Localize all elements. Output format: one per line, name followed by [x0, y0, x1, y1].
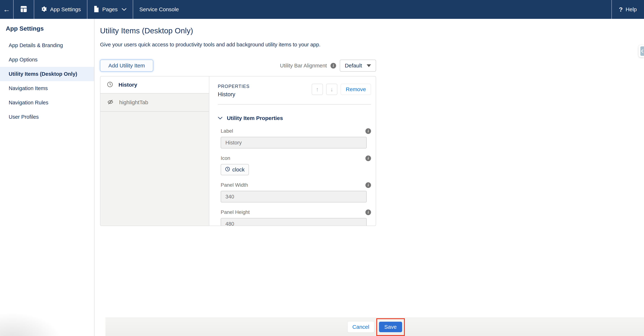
- move-down-button[interactable]: ↓: [326, 84, 338, 95]
- info-icon[interactable]: i: [330, 63, 336, 69]
- settings-sidebar: App Settings App Details & Branding App …: [0, 19, 94, 336]
- info-icon[interactable]: i: [366, 210, 371, 215]
- back-arrow-icon: ←: [3, 6, 10, 14]
- properties-actions: ↑ ↓ Remove: [312, 84, 371, 95]
- sidebar-item-app-options[interactable]: App Options: [0, 53, 94, 67]
- sidebar-item-utility-items[interactable]: Utility Items (Desktop Only): [0, 67, 94, 81]
- utility-item-history[interactable]: History: [100, 76, 209, 94]
- sidebar-item-navigation-rules[interactable]: Navigation Rules: [0, 95, 94, 110]
- properties-divider: [218, 104, 371, 105]
- info-icon[interactable]: i: [366, 182, 371, 188]
- utility-items-panel: History highlightTab PROPERTIES: [100, 76, 376, 226]
- chevron-left-icon: [640, 46, 644, 56]
- main-content: Utility Items (Desktop Only) Give your u…: [94, 19, 644, 336]
- chevron-down-icon: [218, 117, 222, 120]
- panel-height-input[interactable]: [221, 218, 367, 226]
- save-button-wrap: Save: [379, 322, 402, 332]
- properties-panel: PROPERTIES History ↑ ↓ Remove: [209, 76, 376, 226]
- gear-icon: [40, 6, 47, 13]
- page-icon: [94, 6, 99, 13]
- remove-button[interactable]: Remove: [341, 84, 371, 95]
- utility-toolbar: Add Utility Item Utility Bar Alignment i…: [100, 60, 376, 72]
- utility-item-label: History: [118, 82, 137, 88]
- footer-bar: Cancel Save: [106, 317, 644, 336]
- sidebar-item-user-profiles[interactable]: User Profiles: [0, 110, 94, 124]
- help-label: Help: [626, 6, 637, 13]
- alignment-selected-value: Default: [345, 63, 362, 69]
- section-title: Utility Item Properties: [227, 115, 283, 121]
- nav-spacer: [179, 0, 612, 19]
- sidebar-item-navigation-items[interactable]: Navigation Items: [0, 81, 94, 95]
- properties-titles: PROPERTIES History: [218, 84, 250, 98]
- utility-bar-alignment-label: Utility Bar Alignment: [280, 63, 327, 69]
- utility-item-properties-section-toggle[interactable]: Utility Item Properties: [218, 115, 371, 121]
- app-manager-screen: ← App Settings Pages Service Console: [0, 0, 644, 336]
- top-navbar: ← App Settings Pages Service Console: [0, 0, 644, 19]
- app-settings-tab-label: App Settings: [50, 6, 81, 13]
- sidebar-heading: App Settings: [0, 25, 94, 32]
- label-field-label: Label: [221, 128, 233, 134]
- app-builder-home-button[interactable]: [14, 0, 34, 19]
- alignment-control: Utility Bar Alignment i Default: [280, 60, 376, 72]
- icon-field: Icon i clock: [218, 155, 371, 175]
- clock-icon: [225, 166, 230, 173]
- down-arrow-icon: ↓: [330, 86, 333, 93]
- properties-eyebrow: PROPERTIES: [218, 84, 250, 89]
- utility-item-label: highlightTab: [119, 99, 148, 105]
- app-body: App Settings App Details & Branding App …: [0, 19, 644, 336]
- utility-item-highlighttab[interactable]: highlightTab: [100, 94, 209, 112]
- up-arrow-icon: ↑: [316, 86, 319, 93]
- app-name: Service Console: [133, 0, 179, 19]
- clock-icon: [107, 81, 113, 88]
- icon-field-label: Icon: [221, 155, 230, 161]
- icon-picker-button[interactable]: clock: [221, 164, 249, 175]
- tab-pages[interactable]: Pages: [87, 0, 133, 19]
- item-list-filler: [100, 112, 209, 226]
- info-icon[interactable]: i: [366, 155, 371, 161]
- pages-tab-label: Pages: [102, 6, 118, 13]
- save-button[interactable]: Save: [379, 322, 402, 332]
- properties-item-name: History: [218, 91, 250, 98]
- panel-height-label: Panel Height: [221, 209, 250, 215]
- utility-item-list: History highlightTab: [100, 76, 209, 226]
- properties-header: PROPERTIES History ↑ ↓ Remove: [218, 84, 371, 98]
- panel-height-field: Panel Height i: [218, 209, 371, 226]
- side-panel-toggle[interactable]: [638, 45, 644, 57]
- label-field: Label i: [218, 128, 371, 148]
- label-input[interactable]: [221, 137, 367, 148]
- back-button[interactable]: ←: [0, 0, 13, 19]
- eye-off-icon: [107, 99, 114, 106]
- move-up-button[interactable]: ↑: [312, 84, 323, 95]
- add-utility-item-button[interactable]: Add Utility Item: [100, 60, 153, 72]
- panel-width-field: Panel Width i: [218, 182, 371, 203]
- chevron-down-icon: [122, 8, 127, 11]
- chevron-down-icon: [367, 64, 371, 67]
- page-title: Utility Items (Desktop Only): [100, 27, 644, 35]
- sidebar-item-app-details-branding[interactable]: App Details & Branding: [0, 38, 94, 53]
- alignment-select[interactable]: Default: [340, 60, 376, 72]
- question-mark-icon: ?: [619, 6, 623, 13]
- info-icon[interactable]: i: [366, 128, 371, 134]
- app-builder-icon: [20, 6, 27, 14]
- tab-app-settings[interactable]: App Settings: [34, 0, 87, 19]
- help-button[interactable]: ? Help: [612, 0, 644, 19]
- panel-width-input[interactable]: [221, 191, 367, 203]
- cancel-button[interactable]: Cancel: [348, 321, 374, 332]
- icon-picker-value: clock: [232, 166, 244, 173]
- panel-width-label: Panel Width: [221, 182, 248, 188]
- page-subtitle: Give your users quick access to producti…: [100, 42, 644, 48]
- sidebar-nav: App Details & Branding App Options Utili…: [0, 38, 94, 124]
